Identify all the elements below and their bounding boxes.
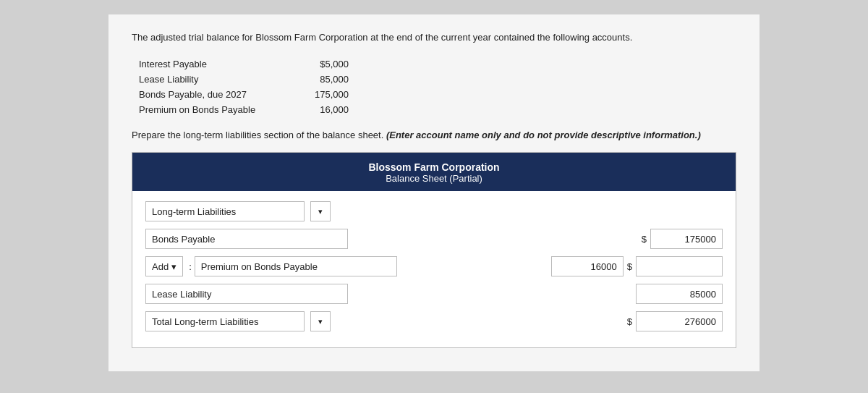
account-row-interest: Interest Payable $5,000: [139, 59, 736, 69]
total-row: Total Long-term Liabilities ▾ $ 276000: [145, 311, 723, 331]
premium-total-box[interactable]: [636, 256, 723, 276]
balance-sheet: Blossom Farm Corporation Balance Sheet (…: [132, 152, 736, 348]
intro-text: The adjusted trial balance for Blossom F…: [132, 32, 736, 43]
section-label-text: Long-term Liabilities: [152, 206, 236, 217]
account-value-interest: $5,000: [291, 59, 349, 69]
account-row-bonds: Bonds Payable, due 2027 175,000: [139, 89, 736, 100]
instruction-italic: (Enter account name only and do not prov…: [386, 130, 701, 140]
account-row-premium: Premium on Bonds Payable 16,000: [139, 104, 736, 115]
bonds-payable-row: Bonds Payable $ 175000: [145, 229, 723, 249]
add-button[interactable]: Add ▾: [145, 256, 183, 276]
account-value-bonds: 175,000: [291, 89, 349, 100]
account-name-bonds: Bonds Payable, due 2027: [139, 89, 291, 100]
section-chevron[interactable]: ▾: [310, 201, 331, 221]
bonds-payable-label-box[interactable]: Bonds Payable: [145, 229, 348, 249]
lease-row: Lease Liability 85000: [145, 284, 723, 304]
lease-label-box[interactable]: Lease Liability: [145, 284, 348, 304]
total-amount[interactable]: 276000: [636, 311, 723, 331]
total-chevron[interactable]: ▾: [310, 311, 331, 331]
section-header-row: Long-term Liabilities ▾: [145, 201, 723, 221]
add-label: Add: [152, 261, 169, 272]
sheet-title: Balance Sheet (Partial): [132, 173, 736, 184]
total-label-box[interactable]: Total Long-term Liabilities: [145, 311, 305, 331]
chevron-down-icon: ▾: [318, 207, 323, 216]
total-label: Total Long-term Liabilities: [152, 316, 258, 327]
account-value-lease: 85,000: [291, 74, 349, 85]
bonds-dollar-sign: $: [642, 234, 647, 245]
page-container: The adjusted trial balance for Blossom F…: [109, 14, 760, 371]
total-chevron-icon: ▾: [318, 317, 323, 326]
premium-label-box[interactable]: Premium on Bonds Payable: [195, 256, 397, 276]
account-name-interest: Interest Payable: [139, 59, 291, 69]
bonds-payable-label: Bonds Payable: [152, 234, 215, 245]
account-table: Interest Payable $5,000 Lease Liability …: [139, 59, 736, 115]
account-name-lease: Lease Liability: [139, 74, 291, 85]
lease-label: Lease Liability: [152, 289, 211, 300]
premium-amount[interactable]: 16000: [551, 256, 624, 276]
account-value-premium: 16,000: [291, 104, 349, 115]
balance-sheet-header: Blossom Farm Corporation Balance Sheet (…: [132, 153, 736, 191]
premium-row: Add ▾ : Premium on Bonds Payable 16000 $: [145, 256, 723, 276]
colon: :: [189, 261, 192, 272]
instruction-text: Prepare the long-term liabilities sectio…: [132, 130, 736, 140]
account-name-premium: Premium on Bonds Payable: [139, 104, 291, 115]
account-row-lease: Lease Liability 85,000: [139, 74, 736, 85]
section-label: Long-term Liabilities: [145, 201, 305, 221]
premium-dollar-sign: $: [627, 261, 632, 272]
balance-sheet-body: Long-term Liabilities ▾ Bonds Payable $ …: [132, 191, 736, 347]
add-dropdown[interactable]: Add ▾: [145, 256, 183, 276]
company-name: Blossom Farm Corporation: [132, 161, 736, 173]
total-dollar-sign: $: [627, 316, 632, 327]
instruction-main: Prepare the long-term liabilities sectio…: [132, 130, 386, 140]
lease-amount[interactable]: 85000: [636, 284, 723, 304]
add-chevron-icon: ▾: [171, 261, 176, 272]
bonds-payable-amount[interactable]: 175000: [650, 229, 723, 249]
premium-label: Premium on Bonds Payable: [201, 261, 318, 272]
